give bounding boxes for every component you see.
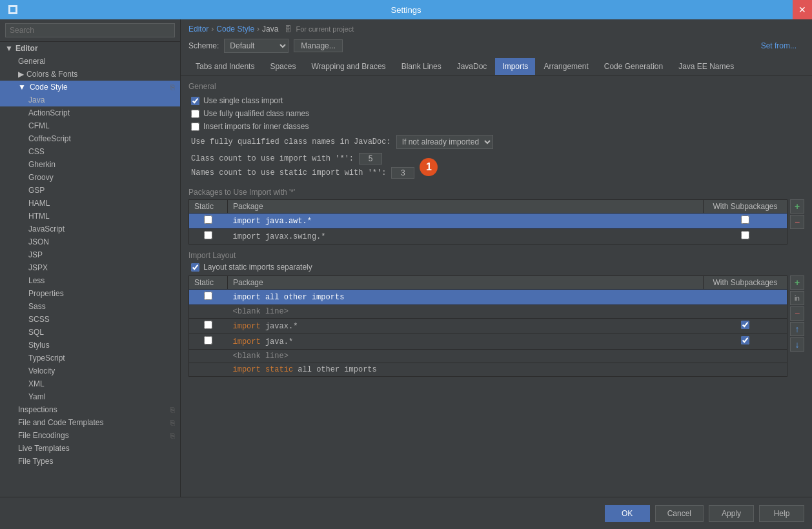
sidebar-item-less[interactable]: Less: [0, 274, 180, 287]
insert-inner-checkbox[interactable]: [191, 123, 199, 131]
sidebar-item-velocity[interactable]: Velocity: [0, 364, 180, 377]
sidebar-item-live-templates[interactable]: Live Templates: [0, 442, 180, 455]
sidebar-item-inspections[interactable]: Inspections ⎘: [0, 403, 180, 416]
il-insert-button[interactable]: in: [790, 291, 804, 305]
layout-static-checkbox[interactable]: [191, 263, 199, 272]
tab-wrapping[interactable]: Wrapping and Braces: [304, 58, 392, 75]
scheme-label: Scheme:: [188, 41, 219, 50]
packages-section-title: Packages to Use Import with '*': [188, 188, 804, 197]
packages-add-button[interactable]: +: [790, 199, 804, 214]
il-static-4[interactable]: [204, 336, 212, 344]
static-checkbox-1[interactable]: [204, 215, 212, 224]
sidebar-item-yaml[interactable]: Yaml: [0, 390, 180, 403]
tab-arrangement[interactable]: Arrangement: [536, 58, 595, 75]
use-single-import-checkbox[interactable]: [191, 97, 199, 105]
sidebar-item-typescript[interactable]: TypeScript: [0, 352, 180, 364]
col-package: Package: [228, 200, 704, 214]
counts-badge-row: Class count to use import with '*': Name…: [188, 153, 804, 181]
sidebar-item-gherkin[interactable]: Gherkin: [0, 158, 180, 171]
il-add-button[interactable]: +: [790, 275, 804, 290]
sidebar-item-groovy[interactable]: Groovy: [0, 171, 180, 184]
table-row[interactable]: <blank line>: [189, 305, 787, 319]
breadcrumb-code-style[interactable]: Code Style: [216, 25, 254, 34]
table-row[interactable]: <blank line>: [189, 350, 787, 363]
class-count-row: Class count to use import with '*':: [188, 153, 414, 165]
sidebar-item-code-style[interactable]: ▼ Code Style ⎘: [0, 81, 180, 94]
names-count-input[interactable]: [391, 167, 414, 179]
cancel-button[interactable]: Cancel: [655, 505, 704, 522]
il-remove-button[interactable]: −: [790, 306, 804, 321]
sidebar-item-coffeescript[interactable]: CoffeeScript: [0, 132, 180, 145]
general-section-title: General: [188, 82, 804, 91]
il-up-button[interactable]: ↑: [790, 322, 804, 336]
sidebar-item-javascript[interactable]: JavaScript: [0, 223, 180, 235]
sidebar-item-gsp[interactable]: GSP: [0, 184, 180, 197]
class-count-input[interactable]: [359, 153, 382, 165]
sidebar-item-html[interactable]: HTML: [0, 210, 180, 223]
manage-button[interactable]: Manage...: [294, 39, 342, 52]
static-checkbox-2[interactable]: [204, 231, 212, 239]
breadcrumb-editor[interactable]: Editor: [188, 25, 208, 34]
il-down-button[interactable]: ↓: [790, 337, 804, 352]
badge-1: 1: [420, 158, 438, 176]
tab-imports[interactable]: Imports: [495, 58, 535, 75]
sidebar-item-file-types[interactable]: File Types: [0, 455, 180, 468]
sidebar-item-xml[interactable]: XML: [0, 377, 180, 390]
tab-java-ee-names[interactable]: Java EE Names: [671, 58, 741, 75]
sidebar-item-label: General: [18, 57, 46, 66]
table-row[interactable]: import static all other imports: [189, 363, 787, 377]
use-fully-qualified-checkbox[interactable]: [191, 110, 199, 118]
subpkg-checkbox-2[interactable]: [741, 231, 749, 239]
settings-content: General Use single class import Use full…: [181, 75, 812, 497]
close-button[interactable]: ✕: [793, 0, 812, 19]
subpkg-checkbox-1[interactable]: [741, 215, 749, 224]
packages-remove-button[interactable]: −: [790, 215, 804, 229]
breadcrumb-java: Java: [262, 25, 278, 34]
sidebar-item-css[interactable]: CSS: [0, 145, 180, 158]
sidebar-item-file-encodings[interactable]: File Encodings ⎘: [0, 429, 180, 442]
tab-spaces[interactable]: Spaces: [263, 58, 303, 75]
il-subpkg-4[interactable]: [741, 336, 749, 344]
help-button[interactable]: Help: [759, 505, 804, 522]
search-input[interactable]: [5, 23, 175, 37]
sidebar-item-jsp[interactable]: JSP: [0, 248, 180, 261]
table-row[interactable]: import javax.*: [189, 319, 787, 334]
tab-javadoc[interactable]: JavaDoc: [450, 58, 494, 75]
sidebar-item-scss[interactable]: SCSS: [0, 313, 180, 326]
table-row[interactable]: import javax.swing.*: [189, 229, 787, 245]
sidebar-item-general[interactable]: General: [0, 55, 180, 68]
sidebar-item-jspx[interactable]: JSPX: [0, 261, 180, 274]
tab-blank-lines[interactable]: Blank Lines: [394, 58, 449, 75]
scheme-select[interactable]: Default: [224, 39, 289, 53]
qualified-javadoc-label: Use fully qualified class names in JavaD…: [191, 137, 391, 146]
table-row[interactable]: import java.*: [189, 334, 787, 350]
sidebar-item-java[interactable]: Java: [0, 94, 180, 106]
il-subpkg-3[interactable]: [741, 321, 749, 329]
il-col-with-subpackages: With Subpackages: [704, 276, 787, 290]
sidebar-item-label: Java: [28, 95, 45, 105]
sidebar-item-properties[interactable]: Properties: [0, 287, 180, 300]
sidebar-item-actionscript[interactable]: ActionScript: [0, 106, 180, 119]
set-from-link[interactable]: Set from...: [761, 41, 804, 50]
sidebar-item-editor[interactable]: ▼ Editor: [0, 42, 180, 55]
tab-code-generation[interactable]: Code Generation: [597, 58, 670, 75]
ok-button[interactable]: OK: [605, 505, 650, 522]
sidebar-item-label: Stylus: [28, 341, 50, 350]
sidebar-item-cfml[interactable]: CFML: [0, 119, 180, 132]
sidebar-item-sql[interactable]: SQL: [0, 326, 180, 339]
sidebar-item-haml[interactable]: HAML: [0, 197, 180, 210]
tab-tabs-indents[interactable]: Tabs and Indents: [188, 58, 261, 75]
il-static-3[interactable]: [204, 321, 212, 329]
sidebar-item-colors-fonts[interactable]: ▶ Colors & Fonts: [0, 68, 180, 81]
qualified-javadoc-select[interactable]: If not already imported Always Never: [396, 135, 493, 149]
il-static-1[interactable]: [204, 292, 212, 300]
table-row[interactable]: import java.awt.*: [189, 214, 787, 229]
breadcrumb-arrow-2: ›: [257, 25, 259, 34]
table-row[interactable]: import all other imports: [189, 290, 787, 305]
sidebar-item-stylus[interactable]: Stylus: [0, 339, 180, 352]
sidebar-item-file-code-templates[interactable]: File and Code Templates ⎘: [0, 416, 180, 429]
apply-button[interactable]: Apply: [709, 505, 754, 522]
sidebar-item-label: Properties: [28, 289, 64, 298]
sidebar-item-json[interactable]: JSON: [0, 235, 180, 248]
sidebar-item-sass[interactable]: Sass: [0, 300, 180, 313]
